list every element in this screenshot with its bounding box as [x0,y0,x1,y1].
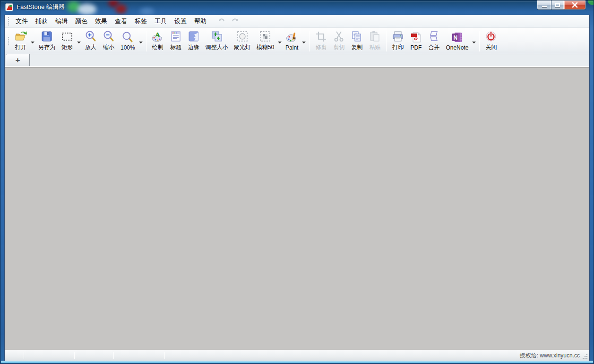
toolbar-button-resize[interactable]: 调整大小 [203,29,231,53]
toolbar-button-blur[interactable]: 模糊50 [254,29,277,53]
spotlight-icon [236,30,249,42]
toolbar-button-zoom-100[interactable]: 100% [118,29,138,53]
close-button[interactable] [564,0,586,10]
status-panel-divider [164,352,165,359]
desktop-blur-artifact [140,8,154,15]
draw-icon: A [152,30,164,42]
menu-item-tag[interactable]: 标签 [131,16,151,27]
maximize-icon [555,3,560,7]
menu-item-file[interactable]: 文件 [12,16,32,27]
faststone-app-icon [5,3,13,11]
toolbar-button-edge[interactable]: 边缘 [185,29,203,53]
zoom-out-icon [103,30,115,42]
status-panel-divider [24,352,24,359]
rectangle-dropdown-arrow-icon[interactable] [76,29,82,53]
plus-icon: + [16,56,20,65]
toolbar-button-draw[interactable]: A 绘制 [149,29,167,53]
blur-icon [259,30,271,42]
menu-item-help[interactable]: 帮助 [190,16,210,27]
resize-grip[interactable] [582,354,588,359]
blur-dropdown-arrow-icon[interactable] [277,29,283,53]
power-icon [485,30,497,42]
maximize-button[interactable] [551,0,564,10]
menubar: 文件 捕获 编辑 颜色 效果 查看 标签 工具 设置 帮助 [5,15,589,28]
toolbar-button-merge[interactable]: 合并 [425,29,443,53]
toolbar-separator [146,31,146,51]
minimize-button[interactable] [537,0,551,10]
menu-item-tools[interactable]: 工具 [151,16,171,27]
app-window: FastStone 编辑器 文件 捕获 编辑 颜色 效果 查看 标签 工具 设置… [0,0,594,364]
minimize-icon [542,6,547,7]
toolbar-button-cut: 剪切 [330,29,348,53]
status-panel-divider [113,352,114,359]
onenote-dropdown-arrow-icon[interactable] [471,29,477,53]
copy-icon [351,30,363,42]
rectangle-icon [61,30,73,42]
new-tab-button[interactable]: + [6,54,30,66]
undo-button[interactable] [217,17,226,25]
print-icon [392,30,404,42]
toolbar-button-paint[interactable]: Paint [283,29,301,53]
paste-icon [369,30,381,42]
onenote-icon: N [451,31,463,43]
toolbar-button-paste: 粘贴 [366,29,384,53]
toolbar-button-spotlight[interactable]: 聚光灯 [231,29,254,53]
toolbar-button-copy[interactable]: 复制 [348,29,366,53]
toolbar-button-open[interactable]: 打开 [12,29,30,53]
resize-icon [211,30,223,42]
menu-item-edit[interactable]: 编辑 [52,16,71,27]
close-icon [572,2,578,8]
caption-icon [170,30,182,42]
svg-text:N: N [454,34,458,41]
svg-text:A: A [155,31,160,39]
toolbar-separator [479,31,480,51]
paint-dropdown-arrow-icon[interactable] [301,29,307,53]
merge-icon [428,30,440,42]
menu-item-effects[interactable]: 效果 [91,16,111,27]
toolbar-button-caption[interactable]: 标题 [167,29,185,53]
toolbar-button-onenote[interactable]: N OneNote [443,29,471,53]
crop-icon [315,30,327,42]
tab-bar: + [5,54,589,67]
redo-icon [231,18,239,25]
menu-item-settings[interactable]: 设置 [171,16,190,27]
toolbar-separator [386,31,387,51]
cut-icon [333,30,345,42]
zoom-100-icon [121,31,134,43]
toolbar: 打开 另存为 [5,28,589,54]
toolbar-button-zoom-in[interactable]: 放大 [82,29,100,53]
window-bottom-frame [1,361,593,363]
toolbar-button-print[interactable]: 打印 [389,29,407,53]
license-text: 授权给: www.xinyucn.cc [520,350,580,361]
toolbar-button-close-editor[interactable]: 关闭 [482,29,500,53]
toolbar-button-crop: 修剪 [312,29,330,53]
zoom-dropdown-arrow-icon[interactable] [138,29,144,53]
toolbar-separator [309,31,310,51]
toolbar-button-save-as[interactable]: 另存为 [35,29,58,53]
client-area: 文件 捕获 编辑 颜色 效果 查看 标签 工具 设置 帮助 [4,15,590,361]
open-icon [15,30,27,42]
window-controls [537,0,586,10]
toolbar-button-zoom-out[interactable]: 缩小 [100,29,118,53]
save-icon [41,30,53,42]
edge-icon [188,30,200,42]
toolbar-button-pdf[interactable]: PDF [407,29,425,53]
paint-icon [286,31,298,43]
status-panel-divider [74,352,75,359]
titlebar[interactable]: FastStone 编辑器 [0,0,594,15]
status-bar: 授权给: www.xinyucn.cc [5,350,589,361]
menu-item-colors[interactable]: 颜色 [71,16,91,27]
window-title: FastStone 编辑器 [17,3,65,11]
desktop-blur-artifact [77,4,96,15]
redo-button[interactable] [230,17,240,25]
editor-canvas [5,67,589,350]
toolbar-button-rectangle[interactable]: 矩形 [58,29,76,53]
toolbar-grip-icon[interactable] [8,17,9,25]
menu-item-view[interactable]: 查看 [111,16,131,27]
undo-icon [218,18,225,25]
pdf-icon [410,31,422,43]
zoom-in-icon [85,30,97,42]
toolbar-grip-icon[interactable] [8,37,9,45]
menu-item-capture[interactable]: 捕获 [32,16,52,27]
open-dropdown-arrow-icon[interactable] [30,29,35,53]
